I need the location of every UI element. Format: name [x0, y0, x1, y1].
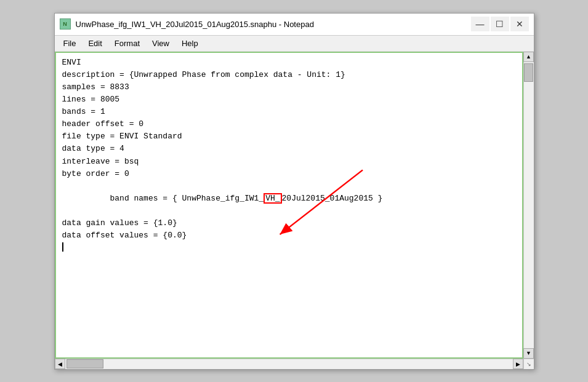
menu-help[interactable]: Help: [175, 38, 204, 49]
cursor-line: [62, 242, 516, 252]
line-9: interleave = bsq: [62, 156, 516, 168]
band-names-pre: band names = { UnwPhase_ifg_IW1_: [110, 194, 264, 203]
scroll-track-horizontal[interactable]: [65, 359, 513, 369]
scroll-thumb-horizontal[interactable]: [66, 359, 103, 368]
scroll-thumb-vertical[interactable]: [524, 63, 533, 82]
horizontal-scrollbar[interactable]: ◀ ▶: [55, 359, 523, 369]
menu-file[interactable]: File: [57, 38, 83, 49]
bottom-area: ◀ ▶ ↘: [55, 359, 534, 369]
title-bar: N UnwPhase_ifg_IW1_VH_20Jul2015_01Aug201…: [55, 14, 534, 36]
line-13: data offset values = {0.0}: [62, 229, 516, 242]
line-12: data gain values = {1.0}: [62, 217, 516, 229]
line-10: byte order = 0: [62, 168, 516, 180]
scroll-left-button[interactable]: ◀: [55, 359, 65, 369]
title-left: N UnwPhase_ifg_IW1_VH_20Jul2015_01Aug201…: [60, 18, 314, 30]
text-editor[interactable]: ENVI description = {Unwrapped Phase from…: [55, 52, 523, 359]
line-3: samples = 8833: [62, 81, 516, 94]
highlighted-vh: VH_: [264, 193, 281, 204]
app-icon: N: [60, 18, 71, 30]
editor-content: ENVI description = {Unwrapped Phase from…: [62, 57, 516, 252]
line-6: header offset = 0: [62, 118, 516, 130]
line-1: ENVI: [62, 57, 516, 69]
maximize-button[interactable]: ☐: [491, 17, 509, 31]
band-names-post: 20Jul2015_01Aug2015 }: [282, 194, 383, 203]
scroll-track-vertical[interactable]: [524, 62, 534, 348]
line-2: description = {Unwrapped Phase from comp…: [62, 69, 516, 81]
notepad-window: N UnwPhase_ifg_IW1_VH_20Jul2015_01Aug201…: [54, 13, 534, 370]
line-8: data type = 4: [62, 143, 516, 155]
menu-format[interactable]: Format: [108, 38, 146, 49]
line-5: bands = 1: [62, 106, 516, 118]
text-cursor: [62, 242, 63, 252]
scroll-up-button[interactable]: ▲: [523, 52, 534, 62]
window-controls: — ☐ ✕: [471, 17, 529, 31]
scroll-right-button[interactable]: ▶: [513, 359, 523, 369]
line-7: file type = ENVI Standard: [62, 130, 516, 143]
menu-view[interactable]: View: [146, 38, 175, 49]
vertical-scrollbar[interactable]: ▲ ▼: [523, 52, 534, 359]
close-button[interactable]: ✕: [510, 17, 529, 31]
minimize-button[interactable]: —: [471, 17, 489, 31]
content-area: ENVI description = {Unwrapped Phase from…: [55, 52, 534, 359]
window-title: UnwPhase_ifg_IW1_VH_20Jul2015_01Aug2015.…: [76, 20, 314, 29]
line-11: band names = { UnwPhase_ifg_IW1_VH_20Jul…: [62, 180, 516, 217]
menu-edit[interactable]: Edit: [82, 38, 108, 49]
scrollbar-corner: ↘: [523, 359, 534, 369]
scroll-down-button[interactable]: ▼: [523, 348, 534, 359]
menu-bar: File Edit Format View Help: [55, 36, 534, 52]
line-4: lines = 8005: [62, 94, 516, 106]
